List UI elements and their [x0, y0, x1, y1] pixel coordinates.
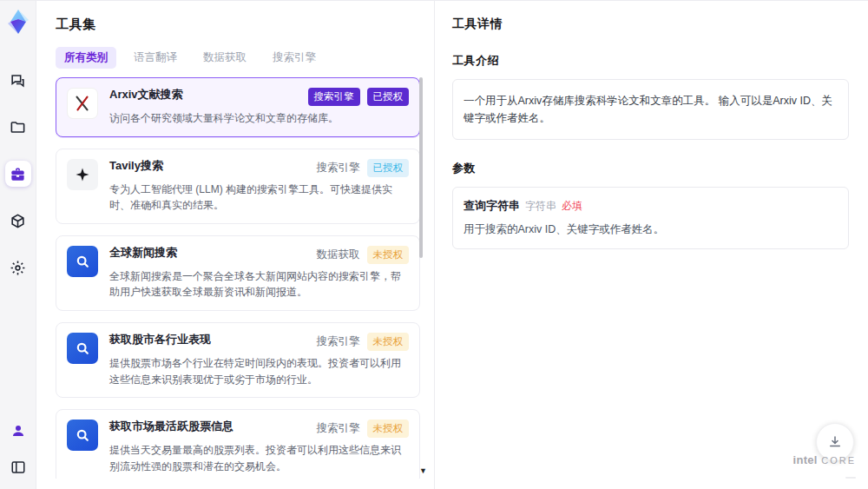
tool-name: Arxiv文献搜索	[109, 88, 183, 102]
sidebar-item-chat[interactable]	[5, 67, 31, 93]
tool-description: 提供当天交易量最高的股票列表。投资者可以利用这些信息来识别流动性强的股票和潜在的…	[109, 442, 409, 474]
intro-text-box: 一个用于从Arxiv存储库搜索科学论文和文章的工具。 输入可以是Arxiv ID…	[452, 79, 849, 140]
category-label: 搜索引擎	[317, 161, 360, 175]
panel-toggle-icon	[10, 459, 26, 475]
params-heading: 参数	[452, 161, 849, 176]
tool-name: 获取市场最活跃股票信息	[109, 420, 233, 434]
category-label: 搜索引擎	[317, 334, 360, 349]
sidebar-item-files[interactable]	[5, 114, 31, 140]
detail-title: 工具详情	[452, 17, 849, 32]
scroll-down-arrow-icon[interactable]: ▼	[419, 466, 427, 475]
category-badge: 搜索引擎	[308, 88, 360, 106]
category-tabs: 所有类别 语言翻译 数据获取 搜索引擎	[56, 47, 434, 69]
status-badge: 未授权	[367, 420, 410, 438]
tool-description: 提供股票市场各个行业在特定时间段内的表现。投资者可以利用这些信息来识别表现优于或…	[109, 355, 409, 387]
app-logo-icon	[5, 8, 31, 36]
arxiv-icon	[67, 88, 98, 119]
tool-card-arxiv[interactable]: Arxiv文献搜索 搜索引擎 已授权 访问各个研究领域大量科学论文和文章的存储库…	[56, 77, 420, 137]
tool-description: 专为人工智能代理 (LLM) 构建的搜索引擎工具。可快速提供实时、准确和真实的结…	[109, 182, 409, 214]
page-title: 工具集	[56, 17, 434, 33]
stock-sector-icon	[67, 333, 98, 364]
tool-card-active-stocks[interactable]: 获取市场最活跃股票信息 搜索引擎 未授权 提供当天交易量最高的股票列表。投资者可…	[56, 409, 420, 479]
gear-icon	[10, 260, 26, 276]
sidebar-rail	[0, 1, 36, 489]
tool-card-global-news[interactable]: 全球新闻搜索 数据获取 未授权 全球新闻搜索是一个聚合全球各大新闻网站内容的搜索…	[56, 235, 420, 311]
status-badge: 未授权	[367, 246, 410, 264]
status-badge: 未授权	[367, 333, 410, 351]
tool-description: 访问各个研究领域大量科学论文和文章的存储库。	[109, 110, 409, 127]
category-label: 搜索引擎	[317, 421, 360, 436]
tool-description: 全球新闻搜索是一个聚合全球各大新闻网站内容的搜索引擎，帮助用户快速获取全球最新资…	[109, 268, 409, 301]
tab-language-translation[interactable]: 语言翻译	[125, 47, 186, 69]
param-required-badge: 必填	[562, 199, 582, 214]
tavily-star-icon	[67, 159, 98, 190]
sidebar-item-settings[interactable]	[5, 254, 31, 281]
tool-name: 获取股市各行业表现	[109, 333, 211, 347]
tool-card-list: Arxiv文献搜索 搜索引擎 已授权 访问各个研究领域大量科学论文和文章的存储库…	[56, 77, 420, 479]
active-stock-icon	[67, 420, 98, 451]
cube-icon	[10, 213, 26, 229]
tool-card-stock-sectors[interactable]: 获取股市各行业表现 搜索引擎 未授权 提供股票市场各个行业在特定时间段内的表现。…	[56, 322, 420, 398]
sidebar-item-tools[interactable]	[5, 161, 31, 187]
sidebar-item-models[interactable]	[5, 208, 31, 234]
category-label: 数据获取	[317, 248, 360, 262]
user-avatar-button[interactable]	[5, 418, 31, 444]
param-card: 查询字符串 字符串 必填 用于搜索的Arxiv ID、关键字或作者姓名。	[452, 187, 849, 249]
tool-name: 全球新闻搜索	[109, 246, 177, 261]
param-type: 字符串	[525, 199, 556, 214]
param-description: 用于搜索的Arxiv ID、关键字或作者姓名。	[464, 221, 838, 238]
intel-product-text: CORE	[821, 455, 856, 466]
download-icon	[827, 434, 843, 450]
intro-heading: 工具介绍	[452, 53, 849, 69]
tool-card-tavily[interactable]: Tavily搜索 搜索引擎 已授权 专为人工智能代理 (LLM) 构建的搜索引擎…	[56, 149, 420, 224]
intel-core-logo: intel CORE	[793, 452, 856, 482]
status-badge: 已授权	[367, 159, 410, 177]
collapse-sidebar-button[interactable]	[5, 454, 31, 480]
app-window: 工具集 所有类别 语言翻译 数据获取 搜索引擎 Arxiv文献搜索	[0, 0, 868, 489]
tab-search-engine[interactable]: 搜索引擎	[264, 47, 325, 69]
tool-detail-panel: 工具详情 工具介绍 一个用于从Arxiv存储库搜索科学论文和文章的工具。 输入可…	[434, 1, 868, 489]
toolbox-icon	[10, 166, 26, 182]
chat-icon	[10, 72, 26, 89]
intel-brand-text: intel	[793, 453, 818, 466]
tool-list-panel: 工具集 所有类别 语言翻译 数据获取 搜索引擎 Arxiv文献搜索	[36, 1, 434, 489]
status-badge: 已授权	[367, 88, 410, 106]
user-icon	[10, 423, 26, 439]
intel-tier-mark	[845, 477, 856, 479]
list-scrollbar[interactable]	[419, 77, 423, 258]
tool-name: Tavily搜索	[109, 159, 163, 174]
tab-data-acquisition[interactable]: 数据获取	[194, 47, 255, 69]
news-search-icon	[67, 246, 98, 277]
folder-icon	[10, 119, 26, 135]
tab-all-categories[interactable]: 所有类别	[56, 47, 116, 69]
param-name: 查询字符串	[464, 198, 520, 214]
